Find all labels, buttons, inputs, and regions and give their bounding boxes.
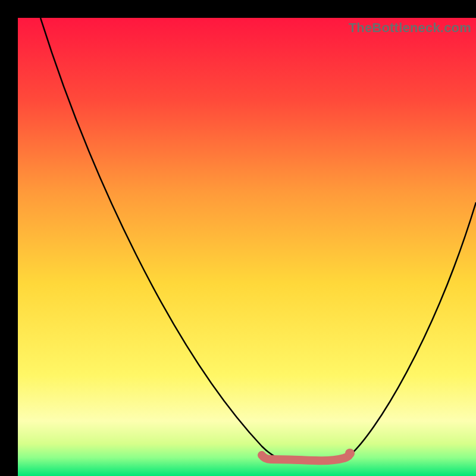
curve-left-branch <box>40 18 275 456</box>
trough-end-dot <box>345 449 355 458</box>
watermark-text: TheBottleneck.com <box>349 20 471 36</box>
trough-worm <box>262 455 349 461</box>
chart-frame: TheBottleneck.com <box>18 18 476 476</box>
curve-right-branch <box>349 202 476 456</box>
bottleneck-curve <box>18 18 476 476</box>
